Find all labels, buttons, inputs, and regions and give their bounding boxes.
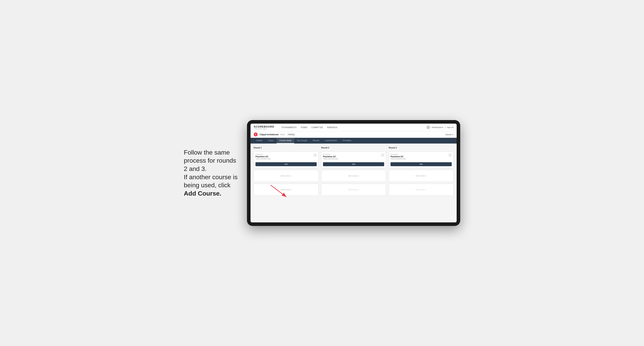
round-3-add-course-2: Add Course + (389, 184, 454, 195)
tournament-name: Clippd Invitational (260, 133, 278, 136)
plus-icon: + (290, 175, 292, 177)
round-2-delete-icon[interactable]: ⊡ (381, 153, 384, 157)
round-3-course-label: (Course A) (390, 153, 448, 155)
separator: | (445, 126, 446, 128)
round-2-course-details: Yellow (M) (6629 yds) (323, 158, 381, 160)
card-header-row-2: (Course A) Peachtree GC Yellow (M) (6629… (323, 153, 384, 161)
round-1-add-course-2[interactable]: Add Course + (254, 184, 318, 195)
tournament-gender: (Men) (280, 134, 285, 136)
nav-teams[interactable]: TEAMS (300, 126, 307, 129)
round-2-add-course-2: Add Course + (321, 184, 386, 195)
round-2-column: Round 2 (Course A) Peachtree GC Yellow (… (321, 147, 386, 195)
round-3-title: Round 3 (389, 147, 454, 149)
card-header-info: (Course A) Peachtree GC Yellow (M) (6629… (256, 153, 314, 161)
logo-area: SCOREBOARD Powered by clippd (254, 125, 274, 130)
nav-tournaments[interactable]: TOURNAMENTS (281, 126, 296, 129)
round-1-add-course-1[interactable]: Add Course + (254, 170, 318, 182)
nav-user: blair@clippd.io | Sign out (426, 126, 454, 129)
round-1-course-card: (Course A) Peachtree GC Yellow (M) (6629… (254, 152, 318, 168)
hosting-badge: Hosting (287, 133, 296, 136)
round-3-plus-icon-2: + (426, 188, 427, 191)
round-3-plus-icon: + (426, 175, 427, 177)
instruction-text: Follow the same process for rounds 2 and… (184, 149, 238, 197)
round-2-add-course-label-2: Add Course (348, 189, 358, 191)
tablet-screen: SCOREBOARD Powered by clippd TOURNAMENTS… (250, 124, 457, 222)
round-2-edit-button[interactable]: Edit (323, 162, 384, 166)
round-3-column: Round 3 (Course A) Peachtree GC Yellow (… (389, 147, 454, 195)
cancel-button[interactable]: Cancel ✕ (445, 134, 454, 136)
round-1-course-details: Yellow (M) (6629 yds) (256, 158, 314, 160)
card-header-row-3: (Course A) Peachtree GC Yellow (M) (6629… (390, 153, 452, 161)
round-2-course-card: (Course A) Peachtree GC Yellow (M) (6629… (321, 152, 386, 168)
tab-leaderboards[interactable]: Leaderboards (322, 138, 340, 144)
tab-course-setup[interactable]: Course Setup (276, 138, 294, 144)
user-avatar (426, 126, 430, 129)
round-1-title: Round 1 (254, 147, 318, 149)
round-3-course-details: Yellow (M) (6629 yds) (390, 158, 448, 160)
round-3-edit-button[interactable]: Edit (390, 162, 452, 166)
card-header-row: (Course A) Peachtree GC Yellow (M) (6629… (256, 153, 317, 161)
round-2-add-course-1[interactable]: Add Course + (321, 170, 386, 182)
add-course-label: Add Course (280, 175, 290, 177)
round-3-delete-icon[interactable]: ⊡ (448, 153, 452, 157)
plus-icon-2: + (290, 188, 292, 191)
round-1-column: Round 1 (Course A) Peachtree GC Yellow (… (254, 147, 318, 195)
rounds-grid: Round 1 (Course A) Peachtree GC Yellow (… (254, 147, 454, 195)
sign-out-link[interactable]: Sign out (447, 126, 454, 128)
round-3-course-card: (Course A) Peachtree GC Yellow (M) (6629… (389, 152, 454, 168)
logo-title: SCOREBOARD (254, 125, 274, 128)
main-content: Round 1 (Course A) Peachtree GC Yellow (… (250, 144, 457, 222)
tab-tee-groups[interactable]: Tee Groups (294, 138, 310, 144)
round-3-add-course-label-2: Add Course (416, 189, 425, 191)
tab-teams[interactable]: Teams (265, 138, 276, 144)
round-2-title: Round 2 (321, 147, 386, 149)
round-3-add-course-label: Add Course (416, 175, 425, 177)
card-header-info-3: (Course A) Peachtree GC Yellow (M) (6629… (390, 153, 448, 161)
tab-results[interactable]: Results (310, 138, 322, 144)
instruction-panel: Follow the same process for rounds 2 and… (184, 149, 239, 198)
round-1-course-name: Peachtree GC (256, 156, 314, 158)
page-wrapper: Follow the same process for rounds 2 and… (184, 120, 460, 226)
round-2-course-label: (Course A) (323, 153, 381, 155)
round-3-add-course-1[interactable]: Add Course + (389, 170, 454, 182)
logo-sub: Powered by clippd (254, 128, 274, 130)
round-2-course-name: Peachtree GC (323, 156, 381, 158)
user-email: blair@clippd.io (432, 126, 443, 128)
tournament-logo: C (254, 133, 258, 137)
round-2-add-course-label: Add Course (348, 175, 358, 177)
nav-rankings[interactable]: RANKINGS (327, 126, 337, 129)
tab-printables[interactable]: Printables (340, 138, 354, 144)
nav-links: TOURNAMENTS TEAMS COMMITTEE RANKINGS (281, 126, 422, 129)
tab-details[interactable]: Details (254, 138, 265, 144)
tablet-frame: SCOREBOARD Powered by clippd TOURNAMENTS… (247, 120, 460, 226)
tournament-header: C Clippd Invitational (Men) Hosting Canc… (250, 131, 457, 138)
top-nav: SCOREBOARD Powered by clippd TOURNAMENTS… (250, 124, 457, 131)
round-2-plus-icon: + (358, 175, 359, 177)
card-header-info-2: (Course A) Peachtree GC Yellow (M) (6629… (323, 153, 381, 161)
round-1-delete-icon[interactable]: ⊡ (314, 153, 317, 157)
round-2-plus-icon-2: + (358, 188, 359, 191)
tab-bar: Details Teams Course Setup Tee Groups Re… (250, 138, 457, 144)
round-1-edit-button[interactable]: Edit (256, 162, 317, 166)
round-3-course-name: Peachtree GC (390, 156, 448, 158)
add-course-emphasis: Add Course. (184, 190, 221, 197)
nav-committee[interactable]: COMMITTEE (311, 126, 323, 129)
add-course-label-2: Add Course (280, 189, 290, 191)
round-1-course-label: (Course A) (256, 153, 314, 155)
